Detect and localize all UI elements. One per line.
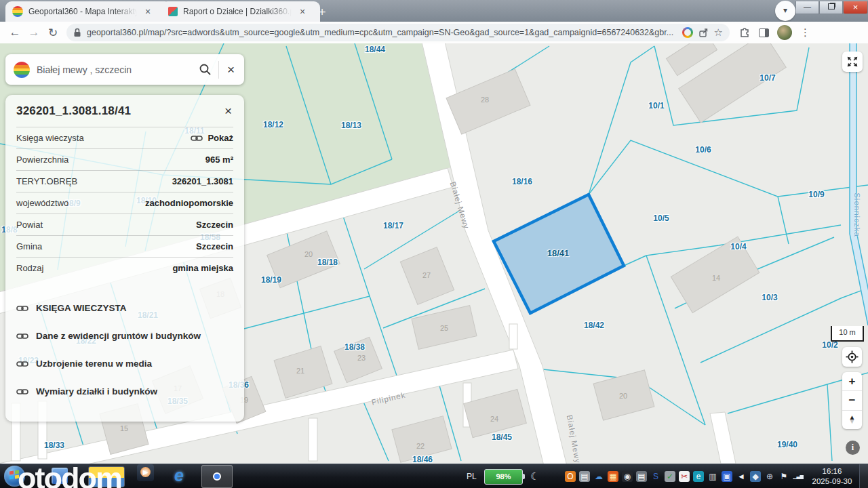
- clear-search-icon[interactable]: ×: [226, 62, 236, 77]
- tilt-toggle-button[interactable]: ▲ ▼: [842, 410, 862, 429]
- security-shield-icon[interactable]: ◆: [750, 471, 761, 482]
- row-value[interactable]: Pokaż: [191, 133, 233, 143]
- language-indicator[interactable]: PL: [467, 464, 477, 488]
- info-row: Rodzaj gmina miejska: [16, 257, 233, 279]
- info-row: Powierzchnia 965 m²: [16, 148, 233, 170]
- restore-button[interactable]: [819, 1, 843, 14]
- start-flag-icon: [9, 471, 14, 475]
- panel-link[interactable]: Dane z ewidencji gruntów i budynków: [16, 331, 233, 341]
- battery-indicator[interactable]: 98%: [484, 469, 523, 485]
- row-value[interactable]: Szczecin: [196, 241, 233, 251]
- map-search-box[interactable]: Białej mewy , szczecin ×: [5, 54, 244, 85]
- windows-taskbar: e otodom PL 98% ☾ O▤☁▦◉▤S✓✂e▥▣◄◆⊕⚑▁▃▅ 16…: [0, 464, 868, 488]
- zoom-out-button[interactable]: −: [842, 390, 862, 409]
- search-icon[interactable]: [199, 63, 212, 76]
- back-button[interactable]: ←: [5, 26, 24, 39]
- row-label: Powiat: [16, 220, 43, 230]
- taskbar-clock[interactable]: 16:16 2025-09-30: [808, 466, 856, 487]
- snipping-tray-icon[interactable]: ✂: [679, 471, 690, 482]
- panel-link[interactable]: Uzbrojenie terenu w media: [16, 359, 233, 369]
- profile-avatar[interactable]: [777, 25, 792, 40]
- row-label: województwo: [16, 198, 68, 208]
- cleaner-tray-icon[interactable]: ▦: [608, 471, 618, 482]
- divider: [218, 61, 219, 79]
- print-queue-tray-icon[interactable]: ▤: [636, 471, 647, 482]
- row-value[interactable]: 326201_1.3081: [172, 176, 233, 186]
- blue-app-tray-icon[interactable]: ▣: [722, 471, 732, 482]
- tab-raport[interactable]: Raport o Działce | Dzialki360.pl ×: [161, 1, 320, 22]
- row-value-text: Szczecin: [196, 241, 233, 251]
- chrome-taskbar-button-active[interactable]: [201, 465, 233, 488]
- mail-alert-tray-icon[interactable]: O: [565, 471, 576, 482]
- tab-title: Geoportal360 - Mapa Interaktyw: [28, 7, 137, 16]
- volume-icon[interactable]: ◄: [736, 471, 747, 482]
- share-icon[interactable]: [698, 28, 709, 38]
- info-row: Gmina Szczecin: [16, 235, 233, 257]
- row-value-text: 965 m²: [205, 155, 233, 165]
- tab-geoportal[interactable]: Geoportal360 - Mapa Interaktyw ×: [5, 1, 171, 22]
- target-icon: [846, 350, 859, 363]
- panel-link[interactable]: KSIĘGA WIECZYSTA: [16, 303, 233, 313]
- browser-toolbar: ← → ↻ geoportal360.pl/map/?src=adwords&u…: [0, 22, 868, 44]
- restore-icon: [828, 3, 835, 9]
- panel-link[interactable]: Wymiary działki i budynków: [16, 386, 233, 396]
- usb-eject-tray-icon[interactable]: ✓: [665, 471, 675, 482]
- side-panel-icon[interactable]: [759, 28, 769, 37]
- close-window-button[interactable]: ×: [843, 1, 868, 14]
- row-value-text: gmina miejska: [172, 263, 233, 273]
- link-icon: [16, 388, 28, 396]
- row-value-text: Szczecin: [196, 220, 233, 230]
- row-value[interactable]: zachodniopomorskie: [145, 198, 233, 208]
- tab-search-button[interactable]: ▾: [775, 1, 795, 21]
- clock-date: 2025-09-30: [808, 476, 856, 487]
- info-row: TERYT.OBRĘB 326201_1.3081: [16, 170, 233, 192]
- minimize-button[interactable]: —: [795, 1, 819, 14]
- lock-icon: [73, 28, 81, 37]
- skype-tray-icon[interactable]: S: [650, 471, 661, 482]
- e-app-tray-icon[interactable]: e: [693, 471, 704, 482]
- google-icon[interactable]: [682, 27, 693, 38]
- close-panel-icon[interactable]: ×: [223, 104, 233, 119]
- link-icon: [16, 304, 28, 312]
- tab-close-icon[interactable]: ×: [297, 6, 308, 17]
- parcel-info-panel: 326201_1.3081.18/41 × Księga wieczysta P…: [5, 95, 244, 422]
- info-row: Powiat Szczecin: [16, 214, 233, 235]
- recorder-tray-icon[interactable]: ◉: [622, 471, 633, 482]
- zoom-in-button[interactable]: +: [842, 372, 862, 390]
- menu-kebab-icon[interactable]: ⋮: [800, 26, 810, 39]
- row-label: Gmina: [16, 241, 42, 251]
- new-tab-button[interactable]: +: [313, 3, 331, 21]
- bookmark-star-icon[interactable]: ☆: [714, 26, 723, 39]
- internet-explorer-icon[interactable]: e: [174, 466, 184, 485]
- row-label: Księga wieczysta: [16, 133, 84, 143]
- tab-close-icon[interactable]: ×: [142, 6, 153, 17]
- forward-button[interactable]: →: [24, 26, 43, 39]
- address-bar[interactable]: geoportal360.pl/map/?src=adwords&utm_sou…: [66, 24, 730, 41]
- network-globe-icon[interactable]: ⊕: [764, 471, 775, 482]
- search-query-text[interactable]: Białej mewy , szczecin: [37, 64, 192, 75]
- clipboard-tray-icon[interactable]: ▥: [707, 471, 718, 482]
- window-controls: — ×: [795, 1, 868, 14]
- panel-link-label: KSIĘGA WIECZYSTA: [36, 303, 127, 313]
- tab-title: Raport o Działce | Dzialki360.pl: [183, 7, 292, 16]
- cloud-error-tray-icon[interactable]: ☁: [593, 471, 604, 482]
- show-desktop-button[interactable]: [859, 464, 868, 488]
- signal-bars-icon[interactable]: ▁▃▅: [793, 471, 804, 482]
- row-value[interactable]: 965 m²: [205, 155, 233, 165]
- dzialki-favicon: [168, 7, 178, 16]
- locate-me-button[interactable]: [842, 347, 862, 367]
- panel-link-label: Wymiary działki i budynków: [36, 386, 157, 396]
- toolbar-right: ⋮: [739, 25, 810, 40]
- fullscreen-button[interactable]: [842, 52, 863, 72]
- row-value[interactable]: gmina miejska: [172, 263, 233, 273]
- action-center-flag-icon[interactable]: ⚑: [778, 471, 789, 482]
- media-player-icon[interactable]: [137, 464, 154, 481]
- clock-time: 16:16: [808, 466, 856, 476]
- reload-button[interactable]: ↻: [43, 26, 62, 40]
- parcel-id-title: 326201_1.3081.18/41: [16, 104, 131, 118]
- info-row: województwo zachodniopomorskie: [16, 192, 233, 214]
- map-info-button[interactable]: i: [846, 441, 860, 455]
- row-value[interactable]: Szczecin: [196, 220, 233, 230]
- extensions-puzzle-icon[interactable]: [739, 27, 751, 39]
- printer-tray-icon[interactable]: ▤: [579, 471, 590, 482]
